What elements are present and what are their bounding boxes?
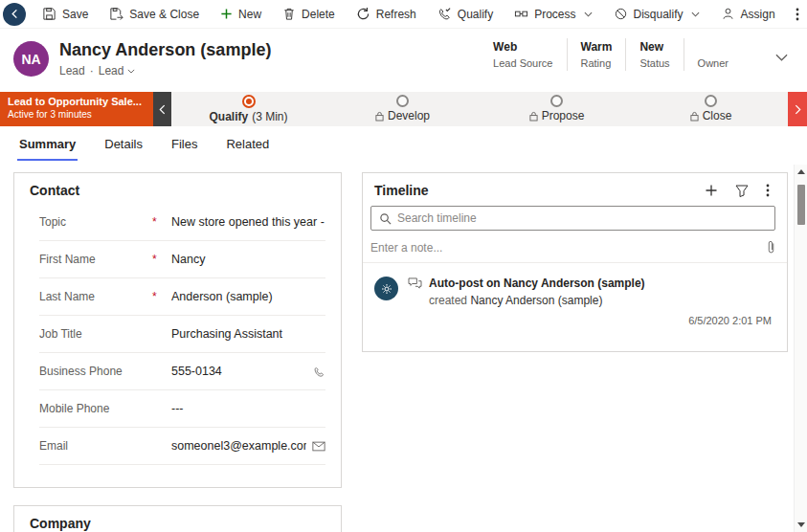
stage-close[interactable]: Close	[634, 92, 788, 126]
business-phone-value[interactable]: 555-0134	[171, 365, 307, 378]
process-name: Lead to Opportunity Sale...	[8, 96, 146, 107]
disqualify-block-icon	[614, 7, 628, 21]
field-row-last-name: Last Name * Anderson (sample)	[39, 278, 325, 316]
last-name-value[interactable]: Anderson (sample)	[171, 290, 325, 303]
timeline-entry-autopost[interactable]: Auto-post on Nancy Anderson (sample) cre…	[363, 263, 787, 326]
company-section: Company	[13, 505, 342, 532]
avatar: NA	[13, 41, 49, 77]
stage-qualify[interactable]: Qualify (3 Min)	[171, 92, 325, 126]
field-label: Topic	[39, 215, 152, 229]
field-label: Mobile Phone	[39, 402, 152, 415]
scroll-up-button[interactable]	[795, 165, 807, 179]
bot-gear-icon	[381, 283, 392, 295]
process-name-box[interactable]: Lead to Opportunity Sale... Active for 3…	[0, 92, 153, 126]
note-input[interactable]	[370, 241, 767, 255]
required-asterisk: *	[152, 215, 171, 229]
field-row-topic: Topic * New store opened this year - f..…	[39, 204, 325, 241]
cmd-label: Save & Close	[129, 8, 199, 21]
record-subtitle: Lead Lead	[59, 64, 271, 78]
filter-icon[interactable]	[735, 185, 749, 197]
field-label: Job Title	[39, 327, 152, 341]
email-value[interactable]: someonel3@example.com	[171, 439, 306, 453]
business-process-flow: Lead to Opportunity Sale... Active for 3…	[0, 92, 807, 126]
phone-icon[interactable]	[313, 366, 325, 378]
back-button[interactable]	[3, 3, 26, 26]
tab-files[interactable]: Files	[169, 137, 199, 161]
owner-value[interactable]	[698, 40, 729, 55]
form-selector-label: Lead	[99, 64, 124, 78]
autopost-avatar	[374, 277, 398, 300]
timeline-panel: Timeline	[362, 172, 788, 352]
cmd-label: Delete	[302, 8, 335, 21]
chevron-down-icon	[775, 54, 788, 61]
company-section-title: Company	[14, 506, 341, 532]
header-field-lead-source: Web Lead Source	[480, 38, 567, 71]
field-label: Business Phone	[39, 365, 152, 378]
lead-source-value[interactable]: Web	[493, 40, 552, 55]
lock-icon	[375, 111, 384, 122]
dot-separator	[90, 64, 94, 78]
new-button[interactable]: New	[210, 0, 272, 28]
entry-body-prefix: created	[429, 294, 467, 307]
save-and-close-button[interactable]: Save & Close	[99, 0, 210, 28]
cmd-label: Disqualify	[634, 8, 684, 21]
send-email-icon[interactable]	[312, 441, 325, 452]
cmd-label: Save	[62, 8, 88, 21]
stage-propose[interactable]: Propose	[480, 92, 634, 126]
tab-related[interactable]: Related	[224, 137, 271, 161]
timeline-more-icon[interactable]	[766, 184, 770, 197]
status-value[interactable]: New	[639, 40, 669, 55]
scroll-down-button[interactable]	[795, 518, 807, 532]
topic-value[interactable]: New store opened this year - f...	[171, 215, 325, 229]
disqualify-button[interactable]: Disqualify	[603, 0, 710, 28]
timeline-entry-timestamp: 6/5/2020 2:01 PM	[408, 315, 772, 326]
chevron-down-icon	[584, 11, 593, 17]
first-name-value[interactable]: Nancy	[171, 253, 325, 266]
app-window: Save Save & Close New Delete Refresh	[0, 0, 807, 532]
assign-button[interactable]: Assign	[710, 0, 786, 28]
qualify-button[interactable]: Qualify	[427, 0, 504, 28]
next-stage-button[interactable]	[788, 92, 807, 126]
stage-circle	[550, 95, 563, 107]
collapse-header-button[interactable]	[772, 50, 792, 65]
cmd-label: Qualify	[458, 8, 493, 21]
rating-label: Rating	[581, 57, 613, 69]
refresh-button[interactable]: Refresh	[346, 0, 427, 28]
header-summary-fields: Web Lead Source Warm Rating New Status O…	[480, 38, 742, 71]
process-collapse-button[interactable]	[153, 92, 171, 126]
timeline-search-input[interactable]	[397, 211, 767, 225]
mobile-phone-value[interactable]: ---	[171, 402, 325, 415]
contact-section-title: Contact	[14, 173, 341, 204]
triangle-up-icon	[797, 169, 805, 174]
field-label: Last Name	[39, 290, 152, 303]
rating-value[interactable]: Warm	[581, 40, 613, 55]
process-stage-track: Qualify (3 Min) Develop	[171, 92, 788, 126]
cmd-label: New	[238, 8, 261, 21]
field-row-job-title: Job Title Purchasing Assistant	[39, 316, 325, 353]
stage-circle	[705, 95, 717, 107]
stage-label: Develop	[388, 109, 430, 122]
scrollbar-thumb[interactable]	[797, 185, 805, 225]
command-bar: Save Save & Close New Delete Refresh	[0, 0, 807, 29]
delete-button[interactable]: Delete	[272, 0, 346, 28]
stage-develop[interactable]: Develop	[325, 92, 480, 126]
lock-icon	[690, 111, 699, 122]
save-button[interactable]: Save	[32, 0, 99, 28]
tab-summary[interactable]: Summary	[17, 137, 78, 161]
vertical-scrollbar[interactable]	[794, 165, 807, 532]
chevron-down-icon	[691, 11, 700, 17]
chevron-right-icon	[795, 104, 801, 115]
process-button[interactable]: Process	[504, 0, 602, 28]
save-close-icon	[109, 7, 123, 21]
attachment-paperclip-icon[interactable]	[767, 240, 775, 255]
note-input-row	[363, 236, 787, 263]
add-timeline-record-icon[interactable]	[705, 184, 718, 197]
form-selector[interactable]: Lead	[99, 64, 136, 78]
avatar-initials: NA	[21, 52, 40, 67]
job-title-value[interactable]: Purchasing Assistant	[171, 327, 325, 341]
command-overflow-button[interactable]	[786, 0, 807, 28]
tab-details[interactable]: Details	[102, 137, 145, 161]
cmd-label: Refresh	[376, 8, 416, 21]
stage-label: Close	[703, 109, 732, 122]
stage-label: Propose	[542, 109, 585, 122]
